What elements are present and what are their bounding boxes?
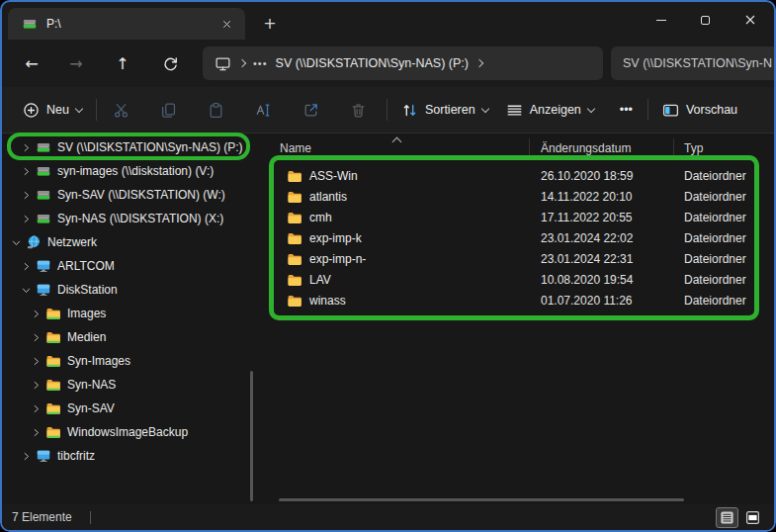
file-row[interactable]: LAV 10.08.2020 19:54 Dateiordner bbox=[265, 269, 774, 290]
sidebar-scrollbar[interactable] bbox=[250, 371, 253, 501]
large-icons-view-button[interactable] bbox=[741, 507, 764, 528]
explorer-tab[interactable]: P:\ bbox=[8, 8, 245, 40]
new-button-label: Neu bbox=[46, 103, 69, 117]
file-type: Dateiordner bbox=[684, 231, 774, 245]
file-row[interactable]: exp-imp-k 23.01.2024 22:02 Dateiordner bbox=[265, 227, 774, 248]
sort-button[interactable]: Sortieren bbox=[392, 93, 497, 127]
items-count: 7 Elemente bbox=[12, 510, 72, 524]
sidebar-item-drive-x[interactable]: Syn-NAS (\\DISKSTATION) (X:) bbox=[2, 207, 265, 230]
view-button-label: Anzeigen bbox=[530, 103, 581, 117]
breadcrumb-path[interactable]: SV (\\DISKSTATION\Syn-NAS) (P:) bbox=[276, 56, 469, 70]
sidebar-item-drive-p[interactable]: SV (\\DISKSTATION\Syn-NAS) (P:) bbox=[2, 135, 265, 159]
file-row[interactable]: exp-imp-n- 23.01.2024 22:31 Dateiordner bbox=[265, 248, 774, 269]
shared-folder-icon bbox=[45, 353, 61, 369]
column-header-type[interactable]: Typ bbox=[684, 141, 703, 155]
sort-ascending-icon bbox=[392, 137, 402, 147]
address-bar[interactable]: ••• SV (\\DISKSTATION\Syn-NAS) (P:) bbox=[203, 46, 603, 80]
navigation-pane: SV (\\DISKSTATION\Syn-NAS) (P:) syn-imag… bbox=[2, 133, 265, 504]
sidebar-item-arltcom[interactable]: ARLTCOM bbox=[2, 254, 265, 278]
paste-button[interactable] bbox=[199, 93, 234, 127]
copy-button[interactable] bbox=[151, 93, 187, 127]
chevron-right-icon bbox=[21, 451, 32, 462]
sidebar-item-label: Syn-SAV bbox=[67, 401, 115, 415]
file-modified: 17.11.2022 20:55 bbox=[541, 211, 684, 224]
forward-button[interactable]: → bbox=[60, 47, 92, 79]
details-view-icon bbox=[720, 510, 734, 525]
new-tab-button[interactable]: + bbox=[257, 10, 283, 36]
shared-folder-icon bbox=[45, 424, 61, 440]
network-drive-icon bbox=[22, 16, 38, 32]
rename-icon bbox=[255, 102, 272, 119]
sidebar-item-diskstation[interactable]: DiskStation bbox=[2, 278, 265, 302]
large-icons-view-icon bbox=[745, 510, 760, 525]
breadcrumb-overflow-button[interactable]: ••• bbox=[253, 57, 268, 69]
column-header-modified[interactable]: Änderungsdatum bbox=[541, 141, 631, 155]
sidebar-item-network[interactable]: Netzwerk bbox=[2, 230, 265, 254]
chevron-right-icon bbox=[21, 166, 32, 177]
sidebar-item-syn-sav[interactable]: Syn-SAV bbox=[2, 397, 265, 420]
sidebar-item-medien[interactable]: Medien bbox=[2, 325, 265, 349]
sidebar-item-syn-images[interactable]: Syn-Images bbox=[2, 349, 265, 373]
tab-close-button[interactable] bbox=[216, 13, 237, 35]
sidebar-item-label: Syn-NAS bbox=[67, 378, 116, 392]
sidebar-item-label: Syn-SAV (\\DISKSTATION) (W:) bbox=[57, 188, 225, 202]
folder-icon bbox=[287, 168, 302, 184]
column-header-name[interactable]: Name bbox=[280, 141, 311, 155]
file-row[interactable]: ASS-Win 26.10.2020 18:59 Dateiordner bbox=[265, 165, 774, 186]
new-button[interactable]: Neu bbox=[14, 93, 91, 127]
file-type: Dateiordner bbox=[684, 273, 774, 287]
sidebar-item-syn-nas[interactable]: Syn-NAS bbox=[2, 373, 265, 397]
tab-bar: P:\ + bbox=[2, 2, 774, 40]
file-name: ASS-Win bbox=[309, 169, 358, 183]
file-modified: 14.11.2022 20:10 bbox=[541, 190, 684, 204]
sidebar-item-drive-w[interactable]: Syn-SAV (\\DISKSTATION) (W:) bbox=[2, 183, 265, 207]
file-modified: 26.10.2020 18:59 bbox=[541, 169, 684, 183]
sidebar-item-drive-v[interactable]: syn-images (\\diskstation) (V:) bbox=[2, 159, 265, 183]
search-input[interactable] bbox=[611, 46, 776, 80]
network-drive-icon bbox=[36, 211, 51, 226]
delete-button[interactable] bbox=[341, 93, 377, 127]
horizontal-scrollbar[interactable] bbox=[279, 498, 684, 501]
sidebar-item-windowsimagebackup[interactable]: WindowsImageBackup bbox=[2, 420, 265, 444]
shared-folder-icon bbox=[45, 400, 61, 416]
chevron-right-icon bbox=[31, 380, 42, 391]
breadcrumb-chevron-icon bbox=[475, 59, 483, 67]
refresh-button[interactable] bbox=[154, 47, 186, 79]
file-name: LAV bbox=[309, 273, 331, 287]
sidebar-item-label: Images bbox=[67, 307, 106, 320]
details-view-button[interactable] bbox=[716, 507, 738, 528]
cut-button[interactable] bbox=[104, 93, 139, 127]
column-divider[interactable] bbox=[673, 138, 674, 158]
column-divider[interactable] bbox=[529, 138, 530, 158]
rename-button[interactable] bbox=[246, 93, 282, 127]
toolbar-divider bbox=[96, 99, 97, 121]
network-drive-icon bbox=[36, 163, 51, 179]
up-button[interactable]: ↑ bbox=[107, 47, 138, 79]
file-list-pane: Name Änderungsdatum Typ ASS-Win 26.10.20… bbox=[265, 133, 774, 504]
more-options-button[interactable]: ••• bbox=[611, 93, 642, 127]
sidebar-item-label: SV (\\DISKSTATION\Syn-NAS) (P:) bbox=[57, 140, 243, 154]
close-button[interactable] bbox=[728, 2, 772, 38]
sidebar-item-label: Syn-Images bbox=[67, 354, 130, 368]
content-area: SV (\\DISKSTATION\Syn-NAS) (P:) syn-imag… bbox=[2, 133, 774, 504]
window-controls bbox=[639, 2, 772, 38]
list-lines-icon bbox=[506, 102, 523, 119]
share-button[interactable] bbox=[294, 93, 329, 127]
file-row[interactable]: atlantis 14.11.2022 20:10 Dateiordner bbox=[265, 186, 774, 207]
paste-icon bbox=[208, 102, 224, 119]
file-row[interactable]: winass 01.07.2020 11:26 Dateiordner bbox=[265, 290, 774, 310]
file-row[interactable]: cmh 17.11.2022 20:55 Dateiordner bbox=[265, 207, 774, 227]
preview-button[interactable]: Vorschau bbox=[653, 93, 746, 127]
toolbar-divider bbox=[647, 99, 648, 121]
chevron-down-icon bbox=[11, 237, 22, 248]
back-button[interactable]: ← bbox=[16, 47, 47, 79]
file-type: Dateiordner bbox=[684, 252, 774, 266]
sidebar-item-images[interactable]: Images bbox=[2, 302, 265, 325]
view-button[interactable]: Anzeigen bbox=[497, 93, 603, 127]
file-modified: 23.01.2024 22:31 bbox=[541, 252, 684, 266]
minimize-button[interactable] bbox=[639, 2, 683, 38]
preview-pane-icon bbox=[662, 102, 679, 119]
sidebar-item-tibcfritz[interactable]: tibcfritz bbox=[2, 444, 265, 468]
column-headers: Name Änderungsdatum Typ bbox=[265, 137, 768, 159]
maximize-button[interactable] bbox=[683, 2, 728, 38]
